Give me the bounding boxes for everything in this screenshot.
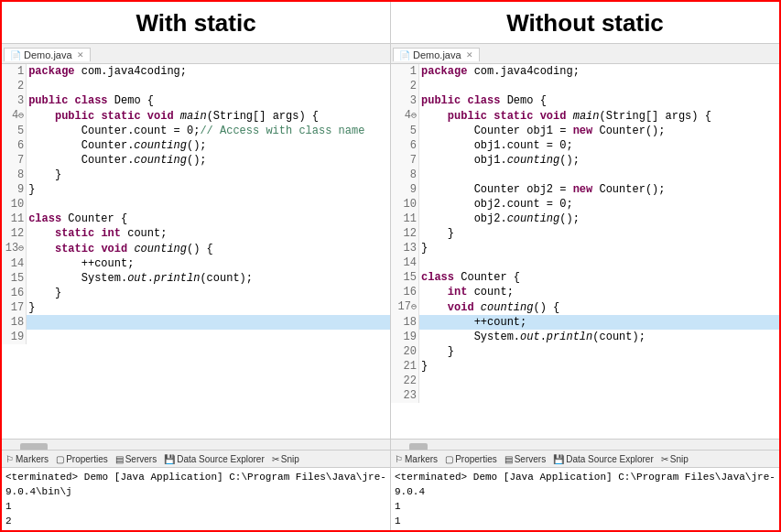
console-line: <terminated> Demo [Java Application] C:\… [395,470,776,499]
table-row: 10 obj2.count = 0; [391,197,779,212]
left-bottom-tabs: ⚐ Markers ▢ Properties ▤ Servers 💾 Data … [2,450,390,468]
markers-label: Markers [16,454,49,464]
line-number: 12 [391,226,419,241]
line-content: } [27,182,390,197]
line-content: } [419,359,779,374]
line-number: 18 [2,315,27,330]
table-row: 19 System.out.println(count); [391,330,779,344]
line-content [419,388,779,403]
line-content [27,315,390,330]
console-line: 2 [5,514,386,528]
right-tab-servers[interactable]: ▤ Servers [504,454,546,464]
line-number: 19 [391,330,419,344]
line-number: 7 [2,153,27,168]
line-number: 3 [391,93,419,108]
table-row: 9 Counter obj2 = new Counter(); [391,182,779,197]
line-content: Counter.counting(); [27,138,390,153]
left-tab-servers[interactable]: ▤ Servers [115,454,157,464]
left-tab-close[interactable]: ✕ [77,50,84,60]
line-content: } [419,344,779,359]
line-content: System.out.println(count); [419,330,779,344]
line-content [419,168,779,182]
line-number: 3 [2,93,27,108]
left-panel: With static 📄 Demo.java ✕ 1 package com.… [2,2,391,530]
line-content: static void counting() { [27,241,390,256]
console-line: 1 [5,499,386,514]
datasource-label: Data Source Explorer [566,454,654,464]
line-content: } [419,226,779,241]
right-tab-bar: 📄 Demo.java ✕ [391,44,779,64]
line-number: 10 [2,197,27,212]
table-row: 16 int count; [391,285,779,299]
table-row: 9 } [2,182,390,197]
line-number: 22 [391,374,419,388]
right-code-table: 1 package com.java4coding; 2 3 public cl… [391,64,779,403]
line-number: 16 [391,285,419,299]
line-number: 5 [391,124,419,138]
line-content: obj1.count = 0; [419,138,779,153]
line-content: public class Demo { [27,93,390,108]
left-tab-datasource[interactable]: 💾 Data Source Explorer [164,454,265,464]
line-content: } [27,286,390,300]
left-tab-label: Demo.java [24,49,72,60]
table-row: 17 } [2,300,390,315]
line-number: 19 [2,330,27,344]
line-number: 6 [2,138,27,153]
table-row: 7 Counter.counting(); [2,153,390,168]
left-scrollbar[interactable] [2,439,390,450]
table-row: 13⊖ static void counting() { [2,241,390,256]
line-number: 15 [391,270,419,285]
table-row: 7 obj1.counting(); [391,153,779,168]
right-scrollbar[interactable] [391,439,779,450]
line-content: void counting() { [419,299,779,315]
properties-icon: ▢ [56,454,64,464]
line-number: 2 [2,79,27,93]
line-content: public static void main(String[] args) { [419,108,779,124]
table-row: 11 obj2.counting(); [391,212,779,226]
console-line: 1 [395,514,776,528]
markers-icon: ⚐ [5,454,14,464]
line-number: 2 [391,79,419,93]
right-editor: 📄 Demo.java ✕ 1 package com.java4coding;… [391,44,779,450]
table-row: 18 [2,315,390,330]
table-row: 14 [391,255,779,270]
line-number: 8 [391,168,419,182]
properties-label: Properties [455,454,497,464]
right-code-container[interactable]: 1 package com.java4coding; 2 3 public cl… [391,64,779,439]
line-content: Counter obj2 = new Counter(); [419,182,779,197]
line-content: public class Demo { [419,93,779,108]
left-tab[interactable]: 📄 Demo.java ✕ [4,48,91,61]
line-content [419,255,779,270]
right-tab-properties[interactable]: ▢ Properties [445,454,497,464]
line-content: int count; [419,285,779,299]
right-tab-datasource[interactable]: 💾 Data Source Explorer [553,454,654,464]
servers-label: Servers [515,454,546,464]
line-content: Counter obj1 = new Counter(); [419,124,779,138]
left-tab-snip[interactable]: ✂ Snip [272,454,299,464]
right-tab-markers[interactable]: ⚐ Markers [395,454,438,464]
line-content: public static void main(String[] args) { [27,108,390,124]
line-number: 8 [2,168,27,182]
left-tab-markers[interactable]: ⚐ Markers [5,454,49,464]
left-code-container[interactable]: 1 package com.java4coding; 2 3 public cl… [2,64,390,439]
table-row: 14 ++count; [2,256,390,271]
table-row: 15 System.out.println(count); [2,271,390,286]
table-row: 19 [2,330,390,344]
left-tab-properties[interactable]: ▢ Properties [56,454,108,464]
console-line: 1 [395,499,776,514]
left-tab-icon: 📄 [10,50,21,60]
table-row: 1 package com.java4coding; [391,64,779,79]
line-number: 17 [2,300,27,315]
line-content: static int count; [27,226,390,241]
right-console: <terminated> Demo [Java Application] C:\… [391,468,779,530]
line-content [27,79,390,93]
right-tab-snip[interactable]: ✂ Snip [661,454,689,464]
line-number: 1 [2,64,27,79]
table-row: 20 } [391,344,779,359]
table-row: 21 } [391,359,779,374]
right-tab[interactable]: 📄 Demo.java ✕ [393,48,480,61]
table-row: 18 ++count; [391,315,779,330]
table-row: 8 [391,168,779,182]
line-number: 13⊖ [2,241,27,256]
right-tab-close[interactable]: ✕ [466,50,473,60]
